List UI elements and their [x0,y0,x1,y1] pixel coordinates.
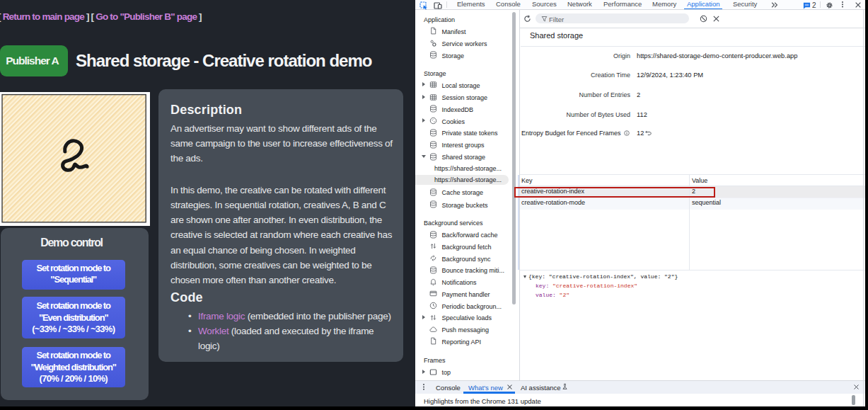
svg-text:2: 2 [812,1,816,8]
